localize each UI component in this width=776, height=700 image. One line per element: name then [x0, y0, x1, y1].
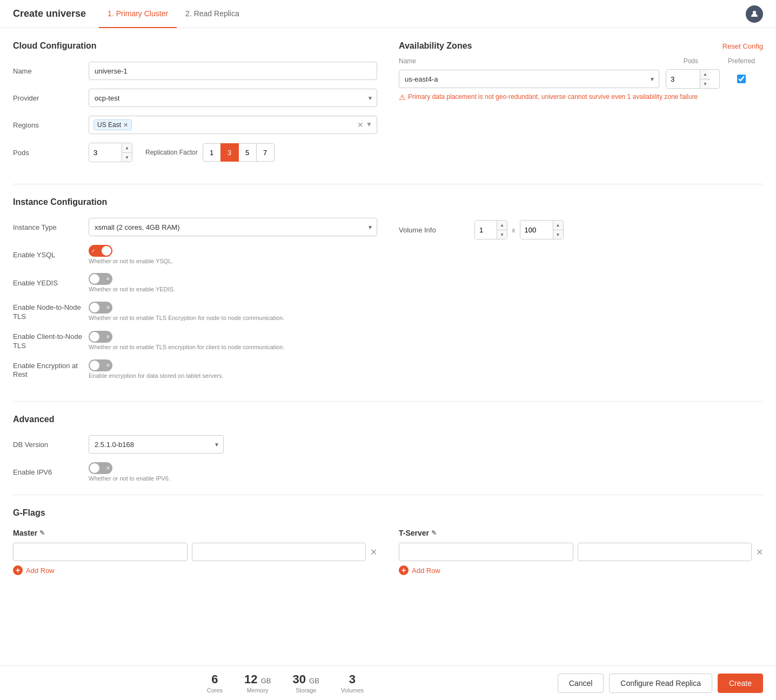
enable-ipv6-toggle[interactable]: ✕ — [89, 462, 112, 474]
name-label: Name — [13, 67, 89, 75]
enable-yedis-row: Enable YEDIS ✕ Whether or not to enable … — [13, 273, 377, 292]
rf-btn-7[interactable]: 7 — [256, 143, 275, 162]
enable-client-tls-help: Whether or not to enable TLS encryption … — [89, 344, 377, 350]
az-row: us-east4-a ▲ ▼ — [399, 69, 763, 89]
instance-type-label: Instance Type — [13, 223, 89, 231]
regions-clear-icon[interactable]: ✕ — [357, 121, 364, 129]
master-edit-icon[interactable]: ✎ — [39, 529, 45, 537]
gflags-section: G-Flags Master ✎ ✕ + Add Row — [13, 508, 763, 575]
tserver-gflags-title: T-Server ✎ — [399, 529, 763, 537]
volume-size-increment[interactable]: ▲ — [553, 221, 563, 230]
master-flag-value-input[interactable] — [192, 543, 366, 561]
tserver-gflags-col: T-Server ✎ ✕ + Add Row — [399, 529, 763, 575]
tserver-flag-value-input[interactable] — [578, 543, 752, 561]
volume-count-input[interactable] — [475, 221, 497, 239]
enable-yedis-label: Enable YEDIS — [13, 279, 89, 287]
advanced-title: Advanced — [13, 415, 763, 424]
az-preferred-checkbox[interactable] — [737, 75, 746, 83]
volume-count-wrapper: ▲ ▼ — [474, 220, 507, 239]
region-tag-remove[interactable]: ✕ — [123, 122, 128, 129]
instance-type-row: Instance Type xsmall (2 cores, 4GB RAM) — [13, 218, 377, 236]
provider-row: Provider ocp-test — [13, 89, 377, 107]
master-add-row-icon: + — [13, 565, 23, 575]
warning-icon: ⚠ — [399, 93, 406, 102]
enable-ysql-help: Whether or not to enable YSQL. — [89, 258, 377, 264]
tserver-edit-icon[interactable]: ✎ — [431, 529, 437, 537]
pods-increment[interactable]: ▲ — [122, 143, 132, 152]
az-pods-input[interactable] — [666, 70, 700, 88]
enable-ipv6-help: Whether or not to enable IPV6. — [89, 475, 763, 482]
enable-client-tls-label: Enable Client-to-Node TLS — [13, 330, 89, 351]
enable-node-tls-label: Enable Node-to-Node TLS — [13, 301, 89, 322]
volume-x-separator: x — [512, 226, 516, 234]
gflags-title: G-Flags — [13, 508, 763, 518]
az-preferred-col-header: Preferred — [720, 57, 763, 65]
name-input[interactable] — [89, 62, 377, 80]
volume-size-input[interactable] — [520, 221, 553, 239]
enable-ysql-label: Enable YSQL — [13, 251, 89, 259]
volume-count-decrement[interactable]: ▼ — [497, 230, 507, 239]
tab-read-replica[interactable]: 2. Read Replica — [177, 0, 248, 28]
availability-zones-section: Availability Zones Reset Config Name Pod… — [399, 41, 763, 171]
enable-encryption-toggle[interactable]: ✕ — [89, 359, 112, 371]
rf-btn-1[interactable]: 1 — [203, 143, 221, 162]
regions-dropdown-icon[interactable]: ▼ — [366, 121, 372, 129]
enable-encryption-row: Enable Encryption at Rest ✕ Enable encry… — [13, 359, 377, 380]
tserver-add-row-button[interactable]: + Add Row — [399, 565, 763, 575]
master-gflags-col: Master ✎ ✕ + Add Row — [13, 529, 377, 575]
region-tag: US East ✕ — [93, 119, 132, 130]
az-select[interactable]: us-east4-a — [399, 70, 659, 88]
tab-primary-cluster[interactable]: 1. Primary Cluster — [99, 0, 177, 28]
az-warning: ⚠ Primary data placement is not geo-redu… — [399, 93, 763, 102]
provider-select[interactable]: ocp-test — [89, 89, 377, 107]
pods-input[interactable] — [89, 143, 122, 162]
header-tabs: 1. Primary Cluster 2. Read Replica — [99, 0, 248, 28]
rf-btn-5[interactable]: 5 — [238, 143, 257, 162]
instance-config-section: Instance Configuration Instance Type xsm… — [13, 197, 763, 388]
instance-config-title: Instance Configuration — [13, 197, 763, 207]
page-title: Create universe — [13, 8, 86, 19]
az-name-col-header: Name — [399, 57, 666, 65]
instance-type-select[interactable]: xsmall (2 cores, 4GB RAM) — [89, 218, 377, 236]
tserver-gflag-row: ✕ — [399, 543, 763, 561]
db-version-label: DB Version — [13, 441, 89, 449]
pods-decrement[interactable]: ▼ — [122, 152, 132, 162]
enable-ysql-row: Enable YSQL ✓ Whether or not to enable Y… — [13, 245, 377, 264]
enable-node-tls-help: Whether or not to enable TLS Encryption … — [89, 315, 377, 321]
master-flag-key-input[interactable] — [13, 543, 188, 561]
volume-size-decrement[interactable]: ▼ — [553, 230, 563, 239]
volume-info-controls: ▲ ▼ x ▲ ▼ — [474, 220, 763, 239]
az-pods-wrapper: ▲ ▼ — [666, 69, 720, 89]
rf-btn-3[interactable]: 3 — [220, 143, 239, 162]
volume-count-increment[interactable]: ▲ — [497, 221, 507, 230]
tserver-gflag-remove[interactable]: ✕ — [756, 547, 763, 557]
master-add-row-button[interactable]: + Add Row — [13, 565, 377, 575]
enable-ysql-toggle[interactable]: ✓ — [89, 245, 112, 257]
volume-info-label: Volume Info — [399, 226, 474, 234]
enable-client-tls-toggle[interactable]: ✕ — [89, 331, 112, 343]
cloud-config-title: Cloud Configuration — [13, 41, 377, 51]
enable-client-tls-row: Enable Client-to-Node TLS ✕ Whether or n… — [13, 330, 377, 351]
enable-ipv6-label: Enable IPV6 — [13, 468, 89, 476]
enable-node-tls-toggle[interactable]: ✕ — [89, 302, 112, 314]
user-avatar[interactable] — [746, 5, 763, 23]
az-pods-increment[interactable]: ▲ — [700, 70, 710, 79]
replication-factor-buttons: 1 3 5 7 — [203, 143, 275, 162]
regions-row: Regions US East ✕ ✕ ▼ — [13, 116, 377, 134]
name-row: Name — [13, 62, 377, 80]
header: Create universe 1. Primary Cluster 2. Re… — [0, 0, 776, 28]
enable-encryption-help: Enable encryption for data stored on tab… — [89, 372, 377, 379]
tserver-flag-key-input[interactable] — [399, 543, 573, 561]
master-gflag-remove[interactable]: ✕ — [370, 547, 377, 557]
provider-label: Provider — [13, 94, 89, 102]
db-version-select[interactable]: 2.5.1.0-b168 — [89, 435, 224, 454]
volume-size-wrapper: ▲ ▼ — [520, 220, 564, 239]
db-version-row: DB Version 2.5.1.0-b168 — [13, 435, 763, 454]
az-pods-decrement[interactable]: ▼ — [700, 79, 710, 88]
gflags-columns: Master ✎ ✕ + Add Row T-Server ✎ — [13, 529, 763, 575]
regions-input[interactable]: US East ✕ ✕ ▼ — [89, 116, 377, 134]
enable-ipv6-row: Enable IPV6 ✕ Whether or not to enable I… — [13, 462, 763, 482]
reset-config-button[interactable]: Reset Config — [723, 42, 763, 50]
cloud-config-section: Cloud Configuration Name Provider ocp-te… — [13, 41, 377, 171]
enable-yedis-toggle[interactable]: ✕ — [89, 273, 112, 285]
